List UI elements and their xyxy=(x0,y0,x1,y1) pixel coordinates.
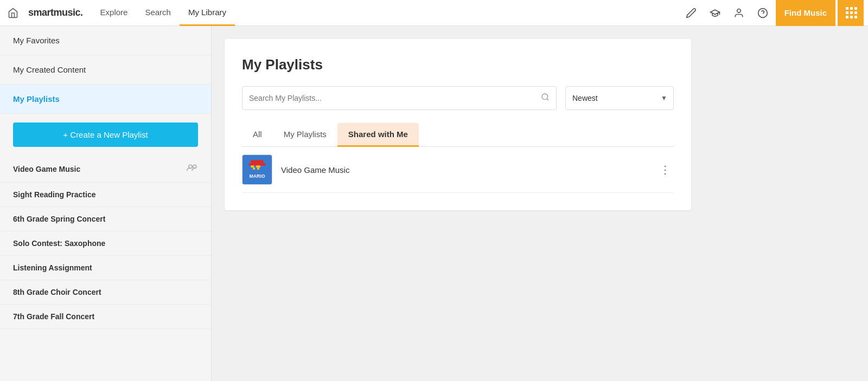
shared-icon xyxy=(186,163,198,175)
app-logo: smartmusic. xyxy=(26,7,92,18)
page-title: My Playlists xyxy=(242,56,674,73)
find-music-button[interactable]: Find Music xyxy=(776,0,835,26)
playlist-name: Video Game Music xyxy=(281,165,648,175)
svg-rect-9 xyxy=(249,163,266,165)
playlist-item-7th-grade[interactable]: 7th Grade Fall Concert xyxy=(0,305,211,329)
top-navigation: smartmusic. Explore Search My Library xyxy=(0,0,868,26)
svg-rect-8 xyxy=(251,160,263,164)
home-button[interactable] xyxy=(0,8,26,18)
help-icon xyxy=(757,8,768,18)
nav-my-library[interactable]: My Library xyxy=(180,0,235,26)
sort-select-wrapper: Newest Oldest A-Z Z-A ▼ xyxy=(565,86,674,110)
apps-grid-icon xyxy=(846,7,856,18)
pencil-icon xyxy=(686,8,697,18)
sort-select[interactable]: Newest Oldest A-Z Z-A xyxy=(565,86,674,110)
svg-point-5 xyxy=(542,94,548,100)
apps-grid-button[interactable] xyxy=(838,0,864,26)
playlist-item-label: Listening Assignment xyxy=(13,263,92,272)
playlist-item-8th-grade[interactable]: 8th Grade Choir Concert xyxy=(0,280,211,305)
tab-all[interactable]: All xyxy=(242,123,273,147)
search-box xyxy=(242,86,557,110)
playlist-menu-button[interactable]: ⋮ xyxy=(656,161,674,178)
playlist-item-6th-grade[interactable]: 6th Grade Spring Concert xyxy=(0,207,211,231)
graduation-icon-button[interactable] xyxy=(704,2,726,24)
svg-rect-13 xyxy=(257,167,259,170)
help-icon-button[interactable] xyxy=(752,2,774,24)
svg-rect-12 xyxy=(253,167,255,170)
playlist-item-video-game-music[interactable]: Video Game Music xyxy=(0,156,211,183)
tabs: All My Playlists Shared with Me xyxy=(242,123,674,147)
table-row: MARIO Video Game Music ⋮ xyxy=(242,147,674,193)
playlist-item-listening-assignment[interactable]: Listening Assignment xyxy=(0,256,211,280)
search-input[interactable] xyxy=(249,94,541,102)
search-icon xyxy=(541,93,550,104)
svg-point-0 xyxy=(737,9,741,12)
user-icon xyxy=(733,8,744,18)
create-playlist-button[interactable]: + Create a New Playlist xyxy=(13,122,198,147)
search-sort-row: Newest Oldest A-Z Z-A ▼ xyxy=(242,86,674,110)
main-layout: My Favorites My Created Content My Playl… xyxy=(0,26,868,381)
sidebar-item-my-playlists[interactable]: My Playlists xyxy=(0,85,211,114)
playlist-item-label: 6th Grade Spring Concert xyxy=(13,215,105,223)
svg-rect-11 xyxy=(256,165,260,167)
nav-explore[interactable]: Explore xyxy=(92,0,137,26)
playlist-item-label: Solo Contest: Saxophone xyxy=(13,239,105,248)
playlist-item-sight-reading[interactable]: Sight Reading Practice xyxy=(0,183,211,207)
playlist-item-solo-contest[interactable]: Solo Contest: Saxophone xyxy=(0,231,211,256)
sidebar-item-my-created-content[interactable]: My Created Content xyxy=(0,55,211,85)
tab-shared-with-me[interactable]: Shared with Me xyxy=(337,123,419,147)
topnav-actions: Find Music xyxy=(680,0,864,26)
graduation-cap-icon xyxy=(710,8,720,18)
user-icon-button[interactable] xyxy=(728,2,750,24)
playlist-list: MARIO Video Game Music ⋮ xyxy=(242,147,674,193)
playlist-thumbnail: MARIO xyxy=(242,154,272,185)
playlist-item-label: 7th Grade Fall Concert xyxy=(13,312,94,321)
svg-text:MARIO: MARIO xyxy=(250,173,265,179)
sidebar-item-my-favorites[interactable]: My Favorites xyxy=(0,26,211,55)
svg-line-6 xyxy=(547,99,548,100)
content-card: My Playlists Newest Oldest A- xyxy=(225,39,691,210)
nav-search[interactable]: Search xyxy=(136,0,180,26)
nav-links: Explore Search My Library xyxy=(92,0,680,26)
tab-my-playlists[interactable]: My Playlists xyxy=(273,123,337,147)
playlist-item-label: Sight Reading Practice xyxy=(13,190,95,199)
sidebar: My Favorites My Created Content My Playl… xyxy=(0,26,212,381)
edit-icon-button[interactable] xyxy=(680,2,702,24)
main-content: My Playlists Newest Oldest A- xyxy=(212,26,868,381)
playlist-item-label: 8th Grade Choir Concert xyxy=(13,288,101,296)
playlist-thumbnail-image: MARIO xyxy=(242,155,272,184)
svg-rect-10 xyxy=(251,165,254,167)
playlist-item-label: Video Game Music xyxy=(13,165,80,173)
